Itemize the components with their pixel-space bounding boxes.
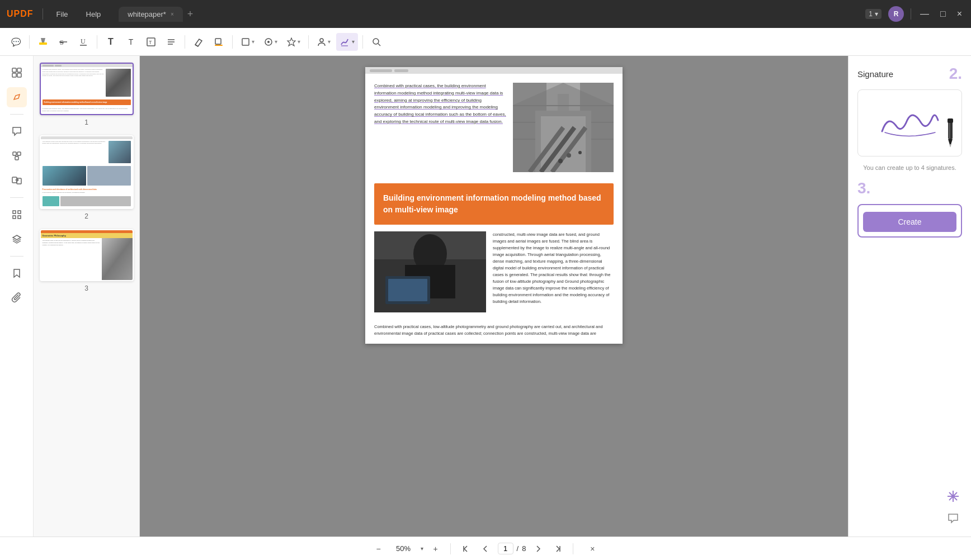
help-menu[interactable]: Help [82, 8, 106, 21]
svg-point-52 [578, 151, 582, 154]
user-avatar[interactable]: R [888, 6, 904, 22]
sep5 [308, 35, 309, 49]
nav-last-btn[interactable] [550, 541, 566, 557]
nav-next-btn[interactable] [530, 541, 546, 557]
minimize-btn[interactable]: — [918, 7, 931, 21]
sidebar-ocr-icon[interactable] [7, 205, 27, 225]
svg-text:T: T [149, 40, 152, 45]
sep3 [185, 35, 185, 49]
page3-title: Geometric Philosophy [43, 234, 131, 237]
person-btn[interactable]: ▾ [313, 35, 334, 49]
svg-point-17 [320, 39, 323, 42]
main-content: Combined with practical cases, the build… [0, 56, 971, 537]
sidebar-bookmark-icon[interactable] [7, 263, 27, 283]
highlight-btn[interactable] [34, 33, 52, 51]
pdf-page-1: Combined with practical cases, the build… [365, 67, 623, 344]
pen-icon [945, 118, 956, 151]
main-text-3: Combined with practical cases, low-altit… [374, 324, 614, 337]
step3-container: 3. [857, 179, 962, 197]
topbar: UPDF File Help whitepaper* × + 1 ▾ R — □… [0, 0, 971, 28]
new-tab-btn[interactable]: + [187, 8, 194, 20]
star-color-btn[interactable]: ▾ [283, 35, 304, 49]
pdf-content-area[interactable]: Combined with practical cases, the build… [140, 56, 848, 537]
nav-first-btn[interactable] [458, 541, 473, 557]
text-bold-btn[interactable]: T [102, 33, 120, 51]
close-edit-btn[interactable]: × [585, 541, 600, 557]
svg-point-15 [267, 41, 270, 43]
text-box-btn[interactable]: T [142, 33, 160, 51]
underline-btn[interactable]: U [74, 33, 92, 51]
thumb-3-wrapper[interactable]: Geometric Philosophy The specific point … [40, 229, 134, 281]
maximize-btn[interactable]: □ [938, 7, 948, 21]
search-btn[interactable] [367, 33, 385, 51]
text-lines-btn[interactable] [162, 33, 180, 51]
eraser-btn[interactable] [190, 33, 208, 51]
svg-rect-64 [948, 118, 953, 123]
sidebar-sep3 [10, 256, 23, 257]
bottom-sep2 [573, 543, 573, 554]
sidebar-sep1 [10, 114, 23, 115]
right-bottom-icons [857, 487, 962, 528]
zoom-in-btn[interactable]: + [428, 541, 444, 557]
svg-point-53 [558, 159, 563, 163]
page-thumb-2[interactable]: The practical results show that through … [38, 135, 135, 221]
sidebar-convert-icon[interactable] [7, 170, 27, 191]
architectural-photo [513, 83, 614, 172]
app-logo: UPDF [7, 9, 34, 19]
signature-create-btn[interactable]: Create [863, 212, 956, 232]
page-selector[interactable]: 1 ▾ [865, 9, 882, 19]
page-panel: Combined with practical cases, the build… [34, 56, 140, 537]
comment-btn[interactable]: 💬 [7, 33, 25, 51]
nav-prev-btn[interactable] [478, 541, 493, 557]
svg-rect-24 [17, 73, 21, 77]
window-close-btn[interactable]: × [955, 7, 964, 21]
page-num-2: 2 [84, 212, 88, 220]
signature-canvas [857, 89, 962, 156]
text-normal-btn[interactable]: T [122, 33, 140, 51]
thumb-1-wrapper[interactable]: Combined with practical cases, the build… [40, 63, 134, 115]
tab-label: whitepaper* [128, 10, 166, 18]
thumb-2-wrapper[interactable]: The practical results show that through … [40, 135, 134, 210]
snowflake-icon[interactable] [944, 487, 962, 505]
signature-active-btn[interactable]: ▾ [336, 33, 358, 51]
page-num-3: 3 [84, 284, 88, 292]
zoom-level: 50% [391, 544, 416, 553]
pen-color-btn[interactable]: ▾ [260, 35, 281, 49]
svg-line-10 [195, 45, 198, 46]
page-thumb-1[interactable]: Combined with practical cases, the build… [38, 63, 135, 126]
sidebar-edit-icon[interactable] [7, 87, 27, 107]
svg-text:U: U [81, 37, 86, 45]
fill-btn[interactable] [210, 33, 228, 51]
svg-rect-59 [388, 279, 427, 301]
signature-header: Signature 2. [857, 65, 962, 83]
zoom-out-btn[interactable]: − [371, 541, 386, 557]
svg-rect-22 [17, 68, 21, 72]
page-thumb-3[interactable]: Geometric Philosophy The specific point … [38, 229, 135, 292]
sep4 [232, 35, 233, 49]
svg-rect-11 [215, 39, 221, 44]
zoom-dropdown[interactable]: ▾ [421, 545, 423, 552]
bottom-sep1 [450, 543, 451, 554]
sidebar-layers-icon[interactable] [7, 229, 27, 249]
tab-close-btn[interactable]: × [171, 11, 174, 17]
file-menu[interactable]: File [52, 8, 73, 21]
svg-point-19 [373, 39, 379, 44]
signature-title: Signature [857, 69, 893, 79]
svg-rect-23 [12, 73, 16, 77]
sep2 [97, 35, 97, 49]
chat-icon[interactable] [944, 510, 962, 528]
sidebar-organize-icon[interactable] [7, 146, 27, 166]
sidebar-comment-icon[interactable] [7, 121, 27, 141]
sidebar-attachment-icon[interactable] [7, 288, 27, 308]
rect-color-btn[interactable]: ▾ [237, 35, 258, 49]
svg-rect-12 [215, 45, 223, 46]
sep1 [29, 35, 30, 49]
sidebar-thumbnails-icon[interactable] [7, 63, 27, 83]
svg-rect-26 [13, 152, 16, 155]
svg-rect-27 [17, 152, 21, 155]
whitepaper-tab[interactable]: whitepaper* × [119, 7, 183, 22]
signature-step3: 3. [857, 179, 870, 197]
current-page-input[interactable] [498, 543, 513, 554]
strikethrough-btn[interactable]: S [54, 33, 72, 51]
svg-marker-38 [13, 235, 21, 240]
